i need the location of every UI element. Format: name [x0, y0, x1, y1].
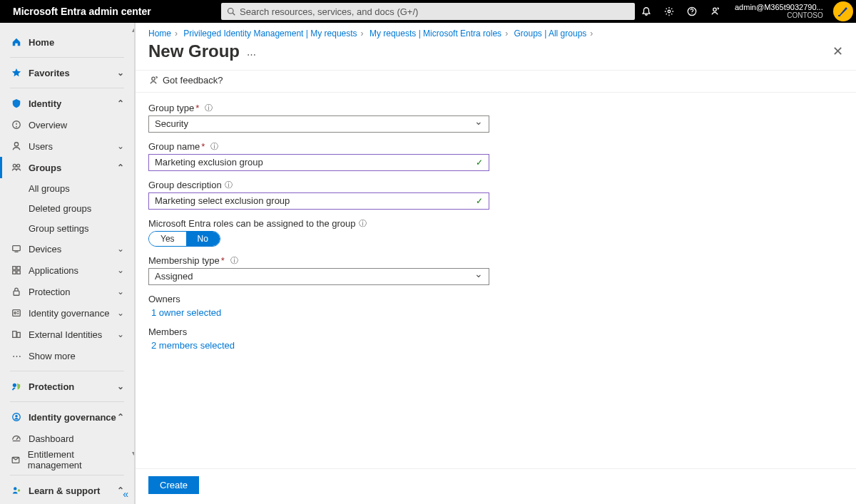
sidebar-label: External Identities [29, 329, 102, 340]
valid-check-icon: ✓ [476, 158, 483, 168]
group-desc-value: Marketing select exclusion group [155, 195, 290, 206]
svg-rect-16 [17, 267, 20, 269]
svg-rect-25 [17, 332, 20, 337]
chevron-up-icon: ⌃ [117, 163, 124, 173]
sidebar-sub-deleted-groups[interactable]: Deleted groups [0, 198, 134, 218]
close-blade-button[interactable]: ✕ [832, 43, 843, 59]
group-desc-input[interactable]: Marketing select exclusion group ✓ [148, 192, 489, 210]
svg-point-12 [17, 164, 20, 167]
crumb-myrequests[interactable]: My requests | Microsoft Entra roles [370, 29, 501, 38]
info-icon[interactable]: ⓘ [230, 255, 238, 266]
sidebar-item-home[interactable]: Home [0, 31, 134, 53]
chevron-down-icon: ⌄ [117, 68, 124, 78]
sidebar-item-protection-sub[interactable]: Protection ⌄ [0, 281, 134, 302]
sidebar-sub-all-groups[interactable]: All groups [0, 178, 134, 198]
notifications-icon[interactable] [635, 0, 658, 23]
brand-title: Microsoft Entra admin center [0, 6, 221, 17]
membership-type-label: Membership type* ⓘ [148, 255, 843, 266]
help-icon[interactable] [681, 0, 703, 23]
svg-point-10 [14, 143, 18, 146]
toggle-yes[interactable]: Yes [149, 232, 186, 246]
group-type-value: Security [155, 118, 188, 129]
group-name-input[interactable]: Marketing exclusion group ✓ [148, 154, 489, 171]
info-icon[interactable]: ⓘ [210, 141, 218, 152]
sidebar: ▴ Home Favorites ⌄ Identity ⌃ Overview U… [0, 23, 136, 504]
sidebar-item-applications[interactable]: Applications ⌄ [0, 259, 134, 281]
group-name-value: Marketing exclusion group [155, 157, 263, 168]
group-name-label: Group name* ⓘ [148, 141, 843, 152]
idgov-cat-icon [10, 412, 23, 422]
more-actions-button[interactable]: ⋯ [247, 43, 256, 60]
crumb-home[interactable]: Home [148, 29, 171, 38]
scroll-up-icon[interactable]: ▴ [132, 26, 136, 34]
sidebar-item-users[interactable]: Users ⌄ [0, 135, 134, 157]
svg-rect-19 [14, 291, 19, 295]
info-icon[interactable]: ⓘ [359, 218, 367, 229]
sidebar-item-idgov[interactable]: Identity governance ⌃ [0, 406, 134, 428]
svg-point-0 [228, 9, 234, 14]
sidebar-label: Groups [29, 163, 61, 173]
apps-icon [10, 265, 23, 275]
sidebar-label: Dashboard [29, 433, 74, 444]
sidebar-item-favorites[interactable]: Favorites ⌄ [0, 62, 134, 83]
group-type-select[interactable]: Security [148, 115, 489, 133]
lock-icon [10, 287, 23, 297]
chevron-down-icon: ⌄ [117, 381, 124, 391]
got-feedback-button[interactable]: Got feedback? [148, 75, 223, 86]
sidebar-item-showmore[interactable]: ⋯ Show more [0, 345, 134, 366]
sidebar-label: Entitlement management [28, 449, 124, 470]
sidebar-item-learn[interactable]: Learn & support ⌃ [0, 480, 134, 501]
feedback-icon[interactable] [703, 0, 726, 23]
svg-point-9 [16, 126, 17, 128]
sidebar-collapse-button[interactable]: « [123, 488, 128, 500]
sidebar-item-protection[interactable]: Protection ⌄ [0, 376, 134, 397]
sidebar-item-dashboard[interactable]: Dashboard [0, 428, 134, 449]
chevron-up-icon: ⌃ [117, 98, 124, 108]
protection-icon [10, 381, 23, 391]
sidebar-item-idgov-sub[interactable]: Identity governance ⌄ [0, 302, 134, 324]
info-icon[interactable]: ⓘ [205, 103, 213, 113]
svg-rect-18 [17, 271, 20, 274]
chevron-down-icon: ⌄ [117, 308, 124, 318]
valid-check-icon: ✓ [476, 196, 483, 206]
star-icon [10, 68, 23, 78]
group-type-label: Group type* ⓘ [148, 103, 843, 113]
svg-point-2 [668, 10, 671, 13]
global-search[interactable]: Search resources, services, and docs (G+… [221, 3, 635, 20]
sidebar-item-entitlement[interactable]: Entitlement management [0, 449, 134, 470]
roles-assignable-label: Microsoft Entra roles can be assigned to… [148, 218, 843, 229]
avatar[interactable] [833, 1, 853, 21]
create-button[interactable]: Create [148, 476, 199, 494]
sidebar-item-groups[interactable]: Groups ⌃ [0, 157, 134, 178]
membership-type-select[interactable]: Assigned [148, 268, 489, 285]
info-icon[interactable]: ⓘ [225, 180, 233, 190]
sidebar-label: Identity governance [29, 308, 109, 319]
sidebar-label: Devices [29, 244, 61, 254]
sidebar-sub-group-settings[interactable]: Group settings [0, 218, 134, 238]
idgov-icon [10, 308, 23, 318]
sidebar-item-overview[interactable]: Overview [0, 114, 134, 135]
dashboard-icon [10, 433, 23, 443]
svg-rect-6 [838, 15, 840, 16]
chevron-down-icon: ⌄ [117, 265, 124, 275]
roles-assignable-toggle[interactable]: Yes No [148, 231, 220, 247]
sidebar-item-devices[interactable]: Devices ⌄ [0, 238, 134, 259]
members-selected-link[interactable]: 2 members selected [151, 340, 843, 351]
svg-point-21 [14, 312, 16, 314]
account-block[interactable]: admin@M365t9032790... CONTOSO [726, 3, 830, 20]
owners-label: Owners [148, 294, 843, 304]
sidebar-label: Identity [29, 98, 61, 109]
scroll-down-icon[interactable]: ▾ [132, 449, 136, 457]
members-label: Members [148, 326, 843, 337]
group-desc-label: Group description ⓘ [148, 180, 843, 190]
crumb-groups[interactable]: Groups | All groups [514, 29, 586, 38]
sidebar-item-identity[interactable]: Identity ⌃ [0, 93, 134, 114]
crumb-pim[interactable]: Privileged Identity Management | My requ… [183, 29, 357, 38]
settings-icon[interactable] [658, 0, 681, 23]
sidebar-label: Learn & support [29, 485, 100, 496]
toggle-no[interactable]: No [186, 232, 220, 246]
owners-selected-link[interactable]: 1 owner selected [151, 307, 843, 318]
svg-point-5 [713, 8, 716, 11]
sidebar-item-external[interactable]: External Identities ⌄ [0, 324, 134, 345]
learn-icon [10, 485, 23, 495]
